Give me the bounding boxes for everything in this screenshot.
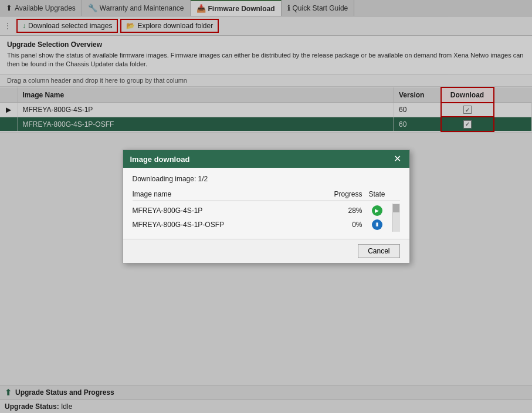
modal-overlay: Image download ✕ Downloading image: 1/2 … bbox=[0, 0, 532, 168]
modal-header: Image download ✕ bbox=[123, 150, 409, 168]
image-download-modal: Image download ✕ Downloading image: 1/2 … bbox=[123, 150, 410, 168]
modal-title: Image download bbox=[130, 155, 190, 164]
modal-close-button[interactable]: ✕ bbox=[392, 154, 402, 164]
